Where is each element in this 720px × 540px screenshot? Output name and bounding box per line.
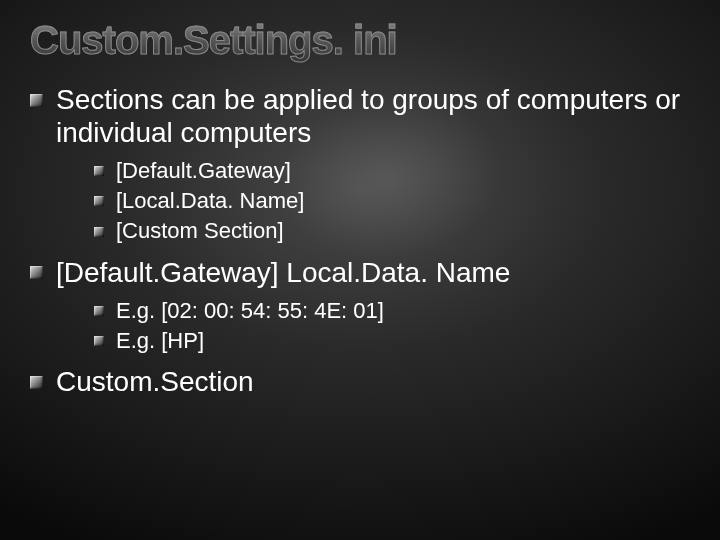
- list-item: Sections can be applied to groups of com…: [30, 83, 690, 246]
- list-item: E.g. [02: 00: 54: 55: 4E: 01]: [94, 297, 690, 325]
- bullet-list-nested: [Default.Gateway] [Local.Data. Name] [Cu…: [94, 157, 690, 245]
- slide-title: Custom.Settings. ini: [30, 18, 690, 63]
- list-item-text: [Default.Gateway] Local.Data. Name: [56, 257, 510, 288]
- list-item: Custom.Section: [30, 365, 690, 398]
- list-item-text: [Local.Data. Name]: [116, 188, 304, 213]
- list-item: [Default.Gateway]: [94, 157, 690, 185]
- list-item-text: E.g. [HP]: [116, 328, 204, 353]
- bullet-list: Sections can be applied to groups of com…: [30, 83, 690, 398]
- list-item-text: [Custom Section]: [116, 218, 284, 243]
- list-item: [Default.Gateway] Local.Data. Name E.g. …: [30, 256, 690, 355]
- list-item-text: [Default.Gateway]: [116, 158, 291, 183]
- list-item: E.g. [HP]: [94, 327, 690, 355]
- list-item: [Custom Section]: [94, 217, 690, 245]
- list-item-text: Custom.Section: [56, 366, 254, 397]
- list-item-text: Sections can be applied to groups of com…: [56, 84, 680, 148]
- list-item: [Local.Data. Name]: [94, 187, 690, 215]
- bullet-list-nested: E.g. [02: 00: 54: 55: 4E: 01] E.g. [HP]: [94, 297, 690, 355]
- list-item-text: E.g. [02: 00: 54: 55: 4E: 01]: [116, 298, 384, 323]
- slide-content: Custom.Settings. ini Sections can be app…: [0, 0, 720, 422]
